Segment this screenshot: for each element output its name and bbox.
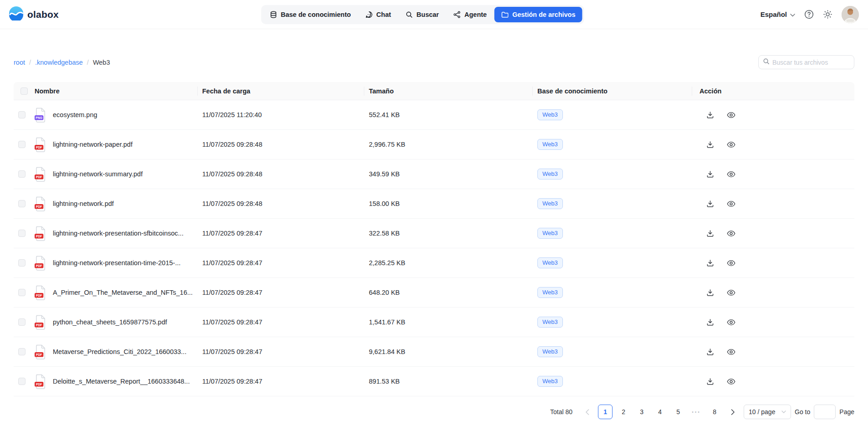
agent-icon [454,11,461,18]
view-icon[interactable] [727,230,735,237]
svg-text:PNG: PNG [36,116,42,119]
row-checkbox[interactable] [18,230,26,237]
upload-date: 11/07/2025 09:28:48 [198,200,364,207]
view-icon[interactable] [727,200,735,207]
view-icon[interactable] [727,289,735,296]
page-size-select[interactable]: 10 / page [744,405,791,419]
file-name: lightning-network-paper.pdf [53,141,133,148]
upload-date: 11/07/2025 09:28:47 [198,348,364,355]
knowledgebase-badge[interactable]: Web3 [537,346,563,358]
view-icon[interactable] [727,171,735,178]
pagination-page-4[interactable]: 4 [653,405,667,419]
knowledgebase-badge[interactable]: Web3 [537,317,563,328]
view-icon[interactable] [727,378,735,385]
view-icon[interactable] [727,319,735,326]
brand[interactable]: olabox [9,6,59,22]
nav-item-buscar[interactable]: Buscar [399,7,446,22]
table-row: PDF lightning-network-presentation-time-… [14,248,854,278]
download-icon[interactable] [706,230,714,237]
svg-text:PDF: PDF [36,205,42,208]
download-icon[interactable] [706,111,714,119]
row-checkbox[interactable] [18,141,26,148]
download-icon[interactable] [706,378,714,385]
download-icon[interactable] [706,170,714,178]
chevron-down-icon [790,10,795,18]
svg-text:PDF: PDF [36,382,42,385]
knowledgebase-badge[interactable]: Web3 [537,169,563,180]
column-header-base: Base de conocimiento [533,87,692,95]
nav-item-base-de-conocimiento[interactable]: Base de conocimiento [263,7,357,22]
user-avatar[interactable] [842,6,859,23]
download-icon[interactable] [706,348,714,356]
folder-icon [501,11,509,18]
select-all-checkbox[interactable] [20,87,28,95]
knowledgebase-badge[interactable]: Web3 [537,139,563,150]
pagination-prev-icon[interactable] [580,405,594,419]
row-checkbox[interactable] [18,170,26,178]
download-icon[interactable] [706,200,714,208]
view-icon[interactable] [727,141,735,148]
knowledgebase-badge[interactable]: Web3 [537,228,563,239]
breadcrumb-item--knowledgebase[interactable]: .knowledgebase [35,59,83,66]
file-name: A_Primer_On_The_Metaverse_and_NFTs_16... [53,289,193,296]
pagination-ellipsis[interactable]: ••• [689,405,704,419]
table-row: PDF A_Primer_On_The_Metaverse_and_NFTs_1… [14,278,854,308]
file-type-icon: PDF [35,226,48,241]
pagination-page-2[interactable]: 2 [616,405,631,419]
pagination-page-3[interactable]: 3 [634,405,649,419]
pagination-page-8[interactable]: 8 [707,405,722,419]
row-checkbox[interactable] [18,348,26,355]
theme-toggle-sun-icon[interactable] [823,10,832,19]
file-size: 2,285.25 KB [364,259,533,267]
download-icon[interactable] [706,141,714,149]
nav-item-agente[interactable]: Agente [447,7,494,22]
knowledgebase-badge[interactable]: Web3 [537,287,563,298]
file-name: lightning-network-presentation-time-2015… [53,259,180,267]
help-icon[interactable] [804,10,814,19]
pagination-page-1[interactable]: 1 [598,405,613,419]
app-header: olabox Base de conocimiento Chat Buscar … [0,0,868,29]
row-checkbox[interactable] [18,378,26,385]
upload-date: 11/07/2025 09:28:47 [198,230,364,237]
language-selector[interactable]: Español [761,10,795,18]
knowledgebase-badge[interactable]: Web3 [537,376,563,387]
file-name: Metaverse_Predictions_Citi_2022_1660033.… [53,348,186,355]
table-header-row: Nombre Fecha de carga Tamaño Base de con… [14,82,854,100]
table-body: PNG ecosystem.png 11/07/2025 11:20:40 55… [14,100,854,396]
search-input[interactable] [772,59,850,66]
brand-name: olabox [27,9,59,20]
table-row: PNG ecosystem.png 11/07/2025 11:20:40 55… [14,100,854,130]
nav-item-chat[interactable]: Chat [358,7,398,22]
view-icon[interactable] [727,349,735,355]
file-size: 648.20 KB [364,289,533,296]
knowledgebase-badge[interactable]: Web3 [537,257,563,269]
file-type-icon: PDF [35,374,48,389]
row-checkbox[interactable] [18,200,26,207]
column-header-accion: Acción [692,87,854,95]
row-checkbox[interactable] [18,318,26,326]
file-name: python_cheat_sheets_1659877575.pdf [53,318,167,326]
knowledgebase-badge[interactable]: Web3 [537,109,563,121]
table-row: PDF lightning-network.pdf 11/07/2025 09:… [14,189,854,219]
pagination-next-icon[interactable] [725,405,740,419]
file-type-icon: PDF [35,137,48,152]
download-icon[interactable] [706,259,714,267]
breadcrumb-item-root[interactable]: root [14,59,25,66]
pagination-page-5[interactable]: 5 [671,405,685,419]
knowledgebase-badge[interactable]: Web3 [537,198,563,210]
upload-date: 11/07/2025 11:20:40 [198,111,364,118]
file-name: lightning-network.pdf [53,200,114,207]
svg-text:PDF: PDF [36,353,42,356]
file-type-icon: PNG [35,108,48,123]
row-checkbox[interactable] [18,111,26,118]
file-size: 9,621.84 KB [364,348,533,355]
row-checkbox[interactable] [18,289,26,296]
files-table: Nombre Fecha de carga Tamaño Base de con… [14,82,854,396]
download-icon[interactable] [706,289,714,297]
view-icon[interactable] [727,260,735,267]
goto-page-input[interactable] [814,405,836,419]
row-checkbox[interactable] [18,259,26,267]
download-icon[interactable] [706,318,714,326]
view-icon[interactable] [727,112,735,118]
nav-item-gesti-n-de-archivos[interactable]: Gestión de archivos [495,7,582,22]
